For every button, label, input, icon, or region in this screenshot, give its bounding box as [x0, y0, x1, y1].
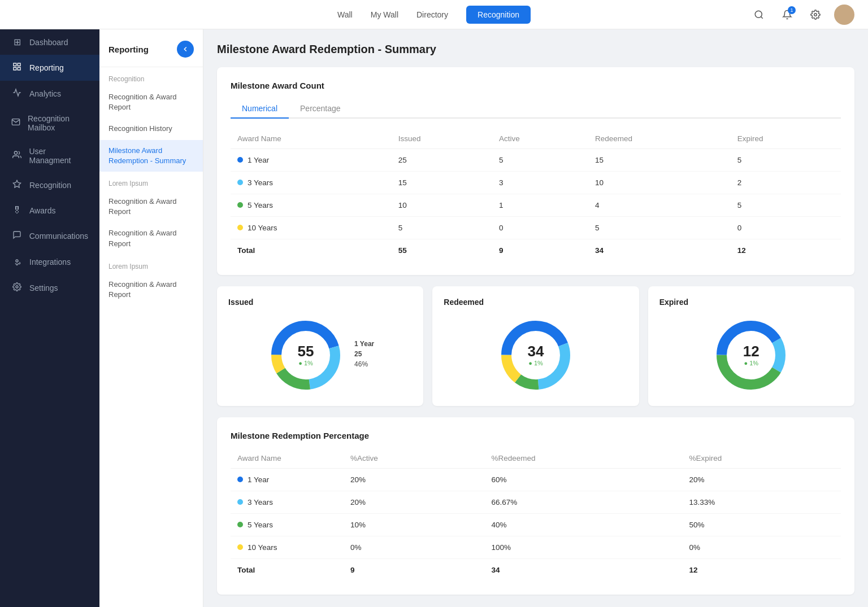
redeemed-total: 34: [528, 344, 544, 359]
chart-body-issued: 55 ● 1% 1 Year 25 46%: [228, 316, 412, 395]
sidebar-item-dashboard[interactable]: ⊞ Dashboard: [0, 29, 99, 55]
sub-item-lorem1-report-2[interactable]: Recognition & Award Report: [99, 222, 203, 254]
pct-col-active: %Active: [344, 449, 485, 469]
users-icon: [11, 150, 22, 161]
sub-item-lorem2-report-1[interactable]: Recognition & Award Report: [99, 274, 203, 305]
communications-icon: [11, 230, 23, 242]
awards-icon: 🎖: [11, 206, 23, 216]
sub-sidebar-header: Reporting: [99, 29, 203, 67]
col-expired: Expired: [731, 130, 841, 149]
sub-item-lorem1-report-1[interactable]: Recognition & Award Report: [99, 191, 203, 222]
chart-title-expired: Expired: [659, 298, 843, 307]
sidebar-item-integrations[interactable]: Integrations: [0, 249, 99, 275]
dot-3years: [237, 180, 243, 185]
back-button[interactable]: [177, 41, 194, 58]
integrations-icon: [11, 256, 23, 268]
sidebar-item-recognition[interactable]: Recognition: [0, 172, 99, 198]
sidebar-label-awards: Awards: [29, 206, 55, 215]
col-issued: Issued: [392, 130, 492, 149]
award-count-title: Milestone Award Count: [231, 81, 841, 90]
donut-center-expired: 12 ● 1%: [743, 344, 760, 366]
chart-body-expired: 12 ● 1%: [659, 316, 843, 395]
redeemed-pct: ● 1%: [528, 360, 544, 366]
sidebar-item-reporting[interactable]: Reporting: [0, 55, 99, 81]
table-row: 3 Years 20%66.67%13.33%: [231, 491, 841, 514]
table-row: 1 Year 255155: [231, 149, 841, 172]
donut-expired: 12 ● 1%: [711, 316, 791, 395]
expired-pct: ● 1%: [743, 360, 760, 366]
user-avatar[interactable]: [834, 5, 854, 25]
svg-point-2: [814, 13, 817, 16]
table-row: 1 Year 20%60%20%: [231, 469, 841, 491]
sub-sidebar-title: Reporting: [108, 45, 149, 54]
sidebar-label-reporting: Reporting: [29, 63, 64, 72]
settings-button[interactable]: [806, 5, 825, 24]
tab-percentage[interactable]: Percentage: [289, 99, 352, 119]
sidebar-item-awards[interactable]: 🎖 Awards: [0, 198, 99, 223]
nav-recognition[interactable]: Recognition: [466, 6, 531, 24]
dot-5years: [237, 202, 243, 208]
top-nav: Wall My Wall Directory Recognition 1: [0, 0, 868, 29]
sidebar-item-communications[interactable]: Communications: [0, 223, 99, 249]
sub-item-milestone-summary[interactable]: Milestone Award Redemption - Summary: [99, 140, 203, 172]
sub-section-lorem1-label: Lorem Ipsum: [99, 172, 203, 191]
search-button[interactable]: [749, 5, 769, 24]
sub-sidebar: Reporting Recognition Recognition & Awar…: [99, 29, 203, 607]
nav-directory[interactable]: Directory: [416, 7, 448, 23]
sidebar-item-user-management[interactable]: User Managment: [0, 139, 99, 172]
svg-rect-4: [18, 63, 20, 66]
table-row: 3 Years 153102: [231, 172, 841, 194]
reporting-icon: [11, 62, 23, 73]
sidebar-item-recognition-mailbox[interactable]: Recognition Mailbox: [0, 107, 99, 139]
col-award-name: Award Name: [231, 130, 392, 149]
svg-point-9: [16, 260, 18, 262]
svg-point-10: [16, 286, 18, 288]
award-count-card: Milestone Award Count Numerical Percenta…: [217, 67, 854, 275]
expired-total: 12: [743, 344, 760, 359]
top-nav-center: Wall My Wall Directory Recognition: [337, 6, 531, 24]
chart-card-redeemed: Redeemed 34 ● 1%: [432, 286, 639, 406]
sub-item-recognition-award-report-1[interactable]: Recognition & Award Report: [99, 86, 203, 118]
dot-1year: [237, 157, 243, 163]
redemption-pct-title: Milestone Redemption Percentage: [231, 431, 841, 440]
donut-center-redeemed: 34 ● 1%: [528, 344, 544, 366]
col-active: Active: [492, 130, 588, 149]
chart-card-expired: Expired 12 ● 1%: [648, 286, 854, 406]
page-title: Milestone Award Redemption - Summary: [217, 43, 854, 56]
sidebar-label-user-management: User Managment: [29, 147, 88, 165]
gear-icon: [810, 10, 821, 20]
legend-issued-pctval: 46%: [354, 360, 374, 368]
charts-row: Issued: [217, 286, 854, 406]
donut-center-issued: 55 ● 1%: [298, 344, 314, 366]
donut-issued: 55 ● 1%: [266, 316, 345, 395]
svg-line-1: [761, 16, 762, 18]
issued-pct: ● 1%: [298, 360, 314, 366]
nav-my-wall[interactable]: My Wall: [371, 7, 398, 23]
table-row: 10 Years 5050: [231, 217, 841, 239]
sidebar-item-analytics[interactable]: Analytics: [0, 81, 99, 107]
pct-totals-row: Total 93412: [231, 559, 841, 582]
chart-legend-issued: 1 Year 25 46%: [354, 340, 374, 370]
sidebar-label-settings: Settings: [29, 283, 58, 292]
tab-numerical[interactable]: Numerical: [231, 99, 289, 119]
svg-point-0: [755, 11, 762, 18]
table-row: 5 Years 10%40%50%: [231, 514, 841, 536]
sub-item-recognition-history[interactable]: Recognition History: [99, 118, 203, 139]
chart-body-redeemed: 34 ● 1%: [444, 316, 627, 395]
search-icon: [754, 10, 764, 20]
sub-section-lorem2-label: Lorem Ipsum: [99, 255, 203, 274]
col-redeemed: Redeemed: [588, 130, 731, 149]
svg-rect-6: [14, 67, 16, 70]
chart-card-issued: Issued: [217, 286, 423, 406]
table-row: 10 Years 0%100%0%: [231, 536, 841, 559]
award-count-table: Award Name Issued Active Redeemed Expire…: [231, 130, 841, 261]
svg-rect-3: [14, 63, 16, 66]
notifications-button[interactable]: 1: [778, 5, 797, 24]
sidebar-label-mailbox: Recognition Mailbox: [28, 114, 88, 132]
sidebar-label-analytics: Analytics: [29, 89, 61, 98]
nav-wall[interactable]: Wall: [337, 7, 353, 23]
svg-marker-8: [13, 180, 20, 187]
sidebar-item-settings[interactable]: Settings: [0, 275, 99, 301]
sidebar-label-dashboard: Dashboard: [29, 38, 68, 47]
top-nav-icons: 1: [749, 5, 854, 25]
